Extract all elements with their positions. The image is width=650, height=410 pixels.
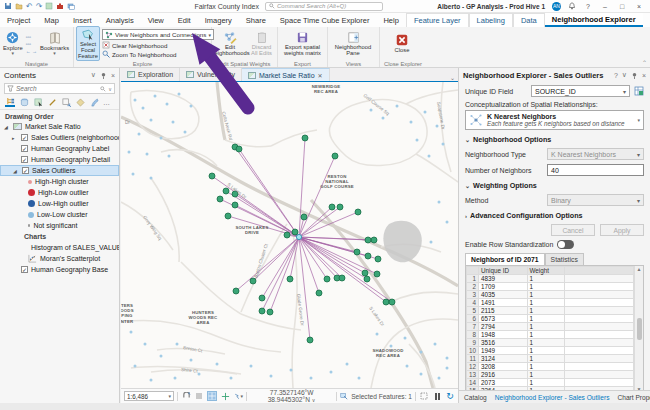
neighbor-point[interactable]: [332, 153, 338, 159]
table-row[interactable]: 148391: [467, 275, 634, 283]
list-by-source-icon[interactable]: [19, 97, 29, 107]
neighbor-point[interactable]: [233, 288, 239, 294]
table-row[interactable]: 1232081: [467, 363, 634, 371]
maximize-button[interactable]: □: [617, 3, 627, 10]
pause-drawing-icon[interactable]: [432, 391, 442, 401]
unique-id-dropdown[interactable]: SOURCE_ID▾: [531, 85, 630, 97]
contents-more-icon[interactable]: …: [103, 99, 110, 106]
menu-tab-insert[interactable]: Insert: [66, 13, 99, 27]
tab-neighbors[interactable]: Neighbors of ID 2071: [465, 253, 545, 265]
column-header[interactable]: Unique ID: [479, 267, 527, 275]
map-svg[interactable]: NEWBRIDGEREC AREARESTONNATIONALGOLF COUR…: [121, 82, 458, 388]
selected-features-label[interactable]: Selected Features: 1: [351, 393, 412, 400]
neighbor-point[interactable]: [329, 204, 335, 210]
neighbor-point[interactable]: [267, 309, 273, 315]
contents-search[interactable]: ∨: [4, 83, 115, 94]
menu-tab-labeling[interactable]: Labeling: [469, 13, 513, 27]
table-row[interactable]: 340351: [467, 291, 634, 299]
table-row[interactable]: 1019491: [467, 347, 634, 355]
toolbox-icon[interactable]: [56, 2, 64, 10]
close-map-tab-icon[interactable]: ✕: [318, 72, 323, 79]
legend-item[interactable]: High-High cluster: [0, 176, 119, 187]
neighbor-point[interactable]: [301, 214, 307, 220]
map-tab-vulnerability[interactable]: Vulnerability: [180, 68, 242, 81]
contents-close-icon[interactable]: ×: [111, 72, 115, 79]
layer-visibility-checkbox[interactable]: ✓: [21, 266, 28, 273]
neighbor-point[interactable]: [324, 276, 330, 282]
neighbor-point[interactable]: [284, 232, 290, 238]
menu-tab-help[interactable]: Help: [376, 13, 405, 27]
edit-neighborhoods-button[interactable]: Edit Neighborhoods: [214, 30, 246, 57]
neighbor-point[interactable]: [389, 299, 395, 305]
neighbor-point[interactable]: [355, 209, 361, 215]
table-row[interactable]: 217091: [467, 283, 634, 291]
zoom-to-neighborhood-button[interactable]: Zoom To Neighborhood: [102, 50, 214, 58]
table-row[interactable]: 665731: [467, 315, 634, 323]
menu-tab-data[interactable]: Data: [513, 13, 545, 27]
export-weights-button[interactable]: Export spatial weights matrix: [280, 30, 325, 57]
contents-menu-icon[interactable]: ∨: [91, 71, 96, 79]
layer-item[interactable]: ▸✓Sales Outliers (neighborhood): [0, 132, 119, 143]
table-scrollbar[interactable]: ▲▼: [634, 266, 643, 390]
bookmarks-button[interactable]: Bookmarks▾: [39, 30, 70, 57]
advanced-options-header[interactable]: ›Advanced Configuration Options: [465, 211, 644, 220]
open-project-icon[interactable]: [15, 2, 23, 10]
collapse-ribbon-icon[interactable]: ⌃: [642, 59, 647, 66]
undo-icon[interactable]: ↶: [26, 2, 33, 11]
map-tabs-overflow-icon[interactable]: ⌄: [450, 74, 458, 81]
layer-visibility-checkbox[interactable]: ✓: [22, 167, 29, 174]
bottom-tab-catalog[interactable]: Catalog: [464, 394, 487, 401]
help-button[interactable]: ?: [583, 3, 593, 10]
expander-icon[interactable]: ▸: [12, 135, 18, 141]
menu-tab-imagery[interactable]: Imagery: [198, 13, 239, 27]
neighbor-point[interactable]: [337, 204, 343, 210]
avatar[interactable]: AN: [552, 2, 561, 11]
number-of-neighbors-input[interactable]: 40: [547, 164, 644, 176]
legend-item[interactable]: High-Low outlier: [0, 187, 119, 198]
map-coordinates[interactable]: 77.3527146°W 38.9445302°N ∨: [250, 389, 333, 403]
layer-visibility-checkbox[interactable]: ✓: [21, 145, 28, 152]
close-explorer-button[interactable]: Close: [382, 32, 422, 54]
layer-visibility-checkbox[interactable]: ✓: [21, 134, 28, 141]
neighbor-point[interactable]: [250, 278, 256, 284]
panel-menu-icon[interactable]: ∨: [622, 71, 627, 79]
clear-neighborhood-button[interactable]: Clear Neighborhood: [102, 41, 214, 49]
menu-tab-share[interactable]: Share: [239, 13, 273, 27]
list-by-labeling-icon[interactable]: [75, 97, 85, 107]
contents-search-input[interactable]: [16, 85, 98, 92]
menu-tab-feature-layer[interactable]: Feature Layer: [406, 13, 469, 27]
neighborhood-pane-button[interactable]: Neighborhood Pane: [330, 30, 376, 57]
tree-map-item[interactable]: ◢Market Sale Ratio: [0, 121, 119, 132]
map-tool-icon[interactable]: [45, 2, 53, 10]
bottom-tab-chart-properties[interactable]: Chart Properties: [617, 394, 650, 401]
legend-item[interactable]: Low-High outlier: [0, 198, 119, 209]
neighbor-point[interactable]: [365, 237, 371, 243]
neighbor-point[interactable]: [307, 337, 313, 343]
layer-visibility-checkbox[interactable]: ✓: [21, 156, 28, 163]
grid-toggle-icon[interactable]: [194, 391, 204, 401]
expander-icon[interactable]: ◢: [13, 168, 19, 174]
row-standardization-toggle[interactable]: [557, 240, 574, 249]
save-icon[interactable]: [4, 2, 12, 10]
menu-tab-map[interactable]: Map: [37, 13, 66, 27]
table-row[interactable]: 819481: [467, 331, 634, 339]
snapping-magnet-icon[interactable]: [181, 391, 191, 401]
list-by-charts-icon[interactable]: [89, 97, 99, 107]
contents-pin-icon[interactable]: [100, 72, 107, 79]
table-row[interactable]: 1131241: [467, 355, 634, 363]
field-table-icon[interactable]: [634, 86, 644, 96]
map-tab-exploration[interactable]: Exploration: [121, 68, 180, 81]
column-header[interactable]: Weight: [527, 267, 565, 275]
layer-item[interactable]: ✓Human Geography Label: [0, 143, 119, 154]
neighbor-point[interactable]: [302, 135, 308, 141]
neighbor-point[interactable]: [364, 276, 370, 282]
list-by-drawing-order-icon[interactable]: [5, 97, 15, 107]
table-row[interactable]: 727941: [467, 323, 634, 331]
expander-icon[interactable]: ◢: [4, 124, 10, 130]
panel-pin-icon[interactable]: [631, 72, 638, 79]
list-by-snapping-icon[interactable]: [61, 97, 71, 107]
notifications-icon[interactable]: [568, 2, 576, 10]
list-by-selection-icon[interactable]: [33, 97, 43, 107]
flash-tool-icon[interactable]: ▾: [233, 391, 243, 401]
overlap-icon[interactable]: [419, 391, 429, 401]
